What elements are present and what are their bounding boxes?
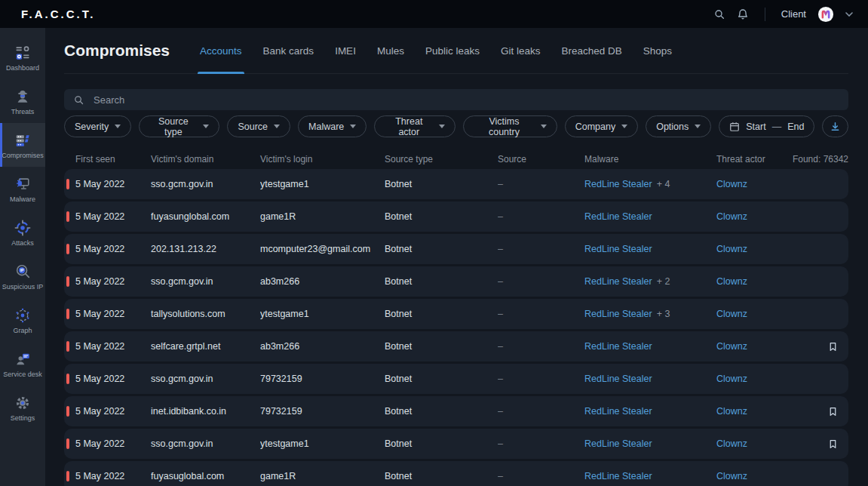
sidebar-item-graph[interactable]: Graph — [0, 298, 45, 342]
date-range-filter[interactable]: Start — End — [719, 115, 814, 137]
filter-options[interactable]: Options — [646, 115, 711, 137]
tab-shops[interactable]: Shops — [643, 28, 672, 73]
malware-link[interactable]: RedLine Stealer — [584, 471, 652, 481]
table-row[interactable]: 5 May 2022 fuyasuglobal.com game1R Botne… — [64, 461, 848, 486]
column-header: Malware — [584, 154, 716, 165]
malware-link[interactable]: RedLine Stealer — [584, 276, 652, 287]
filter-company[interactable]: Company — [565, 115, 639, 137]
tab-mules[interactable]: Mules — [377, 28, 404, 73]
tab-breached-db[interactable]: Breached DB — [561, 28, 621, 73]
sidebar-item-label: Service desk — [3, 371, 42, 378]
table-row[interactable]: 5 May 2022 tallysolutions.com ytestgame1… — [64, 299, 848, 329]
table-row[interactable]: 5 May 2022 sso.gcm.gov.in ab3m266 Botnet… — [64, 266, 848, 297]
cell-malware: RedLine Stealer — [584, 374, 716, 384]
table-row[interactable]: 5 May 2022 sso.gcm.gov.in ytestgame1 Bot… — [64, 429, 848, 459]
download-button[interactable] — [822, 115, 848, 137]
bookmark-icon[interactable] — [828, 439, 838, 449]
page-header: Compromises AccountsBank cardsIMEIMulesP… — [64, 28, 848, 74]
threat-actor-link[interactable]: Clownz — [716, 211, 747, 222]
cell-victims-login: game1R — [260, 471, 385, 481]
malware-extra-count: + 3 — [657, 309, 670, 319]
bell-icon[interactable] — [737, 8, 749, 20]
table-row[interactable]: 5 May 2022 selfcare.grtpl.net ab3m266 Bo… — [64, 331, 848, 361]
cell-source-type: Botnet — [385, 406, 498, 417]
threat-actor-link[interactable]: Clownz — [716, 179, 747, 189]
table-row[interactable]: 5 May 2022 fuyasunglobal.com game1R Botn… — [64, 201, 848, 232]
sidebar-item-settings[interactable]: Settings — [0, 386, 45, 429]
table-row[interactable]: 5 May 2022 sso.gcm.gov.in 79732159 Botne… — [64, 364, 848, 394]
filter-source-type[interactable]: Source type — [139, 115, 219, 137]
malware-link[interactable]: RedLine Stealer — [584, 406, 652, 417]
sidebar-item-malware[interactable]: Malware — [0, 167, 45, 211]
table-row[interactable]: 5 May 2022 sso.gcm.gov.in ytestgame1 Bot… — [64, 169, 848, 199]
bookmark-icon[interactable] — [828, 407, 838, 417]
threat-actor-link[interactable]: Clownz — [716, 276, 747, 287]
search-input[interactable] — [92, 94, 839, 106]
cell-victims-domain: sso.gcm.gov.in — [151, 374, 260, 384]
filter-malware[interactable]: Malware — [298, 115, 367, 137]
malware-link[interactable]: RedLine Stealer — [584, 244, 652, 254]
sidebar-item-service-desk[interactable]: Service desk — [0, 342, 45, 386]
cell-victims-domain: 202.131.213.22 — [151, 244, 260, 254]
chevron-down-icon — [695, 125, 701, 128]
cell-victims-login: ab3m266 — [260, 341, 385, 352]
threat-actor-link[interactable]: Clownz — [716, 374, 747, 384]
tab-accounts[interactable]: Accounts — [200, 28, 242, 73]
chevron-down-icon[interactable] — [845, 12, 853, 17]
threat-actor-link[interactable]: Clownz — [716, 406, 747, 417]
sidebar-item-dashboard[interactable]: Dashboard — [0, 35, 45, 79]
malware-link[interactable]: RedLine Stealer — [584, 438, 652, 449]
threat-actor-link[interactable]: Clownz — [716, 341, 747, 352]
search-icon[interactable] — [713, 8, 725, 20]
threat-actor-link[interactable]: Clownz — [716, 471, 747, 481]
filter-severity[interactable]: Severity — [64, 115, 131, 137]
severity-indicator — [66, 471, 69, 481]
download-icon — [830, 122, 840, 131]
malware-link[interactable]: RedLine Stealer — [584, 341, 652, 352]
table-row[interactable]: 5 May 2022 inet.idbibank.co.in 79732159 … — [64, 396, 848, 426]
malware-link[interactable]: RedLine Stealer — [584, 309, 652, 319]
severity-indicator — [66, 438, 69, 449]
sidebar-item-suspicious-ip[interactable]: IP Suspicious IP — [0, 254, 45, 298]
cell-bookmark — [828, 407, 848, 417]
sidebar-item-threats[interactable]: Threats — [0, 79, 45, 123]
sidebar: Dashboard Threats Compromises Malware At… — [0, 28, 45, 486]
tab-bar: AccountsBank cardsIMEIMulesPublic leaksG… — [200, 28, 672, 73]
cell-source-type: Botnet — [385, 341, 498, 352]
cell-victims-login: ytestgame1 — [260, 179, 385, 189]
cell-victims-domain: fuyasuglobal.com — [151, 471, 260, 481]
cell-victims-login: game1R — [260, 211, 385, 222]
client-label[interactable]: Client — [781, 8, 806, 20]
cell-first-seen: 5 May 2022 — [75, 179, 151, 189]
cell-source-type: Botnet — [385, 179, 498, 189]
date-start-label: Start — [746, 122, 765, 132]
table-row[interactable]: 5 May 2022 202.131.213.22 mcomputer23@gm… — [64, 234, 848, 264]
severity-indicator — [66, 406, 69, 417]
cell-source-type: Botnet — [385, 211, 498, 222]
sidebar-item-label: Dashboard — [6, 64, 39, 72]
sidebar-item-attacks[interactable]: Attacks — [0, 211, 45, 254]
tab-imei[interactable]: IMEI — [335, 28, 356, 73]
page-title: Compromises — [64, 42, 170, 60]
malware-link[interactable]: RedLine Stealer — [584, 211, 652, 222]
cell-victims-login: ytestgame1 — [260, 309, 385, 319]
tab-public-leaks[interactable]: Public leaks — [425, 28, 480, 73]
cell-threat-actor: Clownz — [716, 471, 828, 481]
filter-victims-country[interactable]: Victims country — [463, 115, 557, 137]
search-bar[interactable] — [64, 89, 848, 110]
malware-link[interactable]: RedLine Stealer — [584, 374, 652, 384]
bookmark-icon[interactable] — [828, 342, 838, 352]
tab-git-leaks[interactable]: Git leaks — [501, 28, 541, 73]
tab-bank-cards[interactable]: Bank cards — [263, 28, 314, 73]
filter-source[interactable]: Source — [227, 115, 290, 137]
cell-victims-login: mcomputer23@gmail.com — [260, 244, 385, 254]
threat-actor-link[interactable]: Clownz — [716, 438, 747, 449]
sidebar-item-compromises[interactable]: Compromises — [0, 123, 45, 167]
cell-source: – — [498, 244, 584, 254]
malware-link[interactable]: RedLine Stealer — [584, 179, 652, 189]
avatar[interactable] — [817, 6, 834, 23]
threat-actor-link[interactable]: Clownz — [716, 309, 747, 319]
filter-threat-actor[interactable]: Threat actor — [374, 115, 455, 137]
filter-label: Options — [656, 122, 689, 132]
threat-actor-link[interactable]: Clownz — [716, 244, 747, 254]
